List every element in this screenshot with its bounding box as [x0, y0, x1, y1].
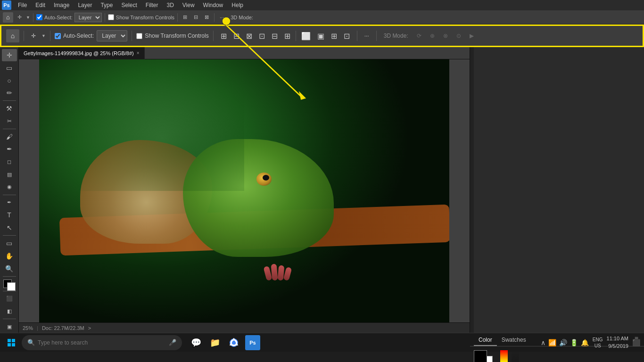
align-left-icon[interactable]: ⊞ [181, 12, 190, 23]
extra-move-icon[interactable]: ✛ [28, 29, 39, 42]
extra-auto-select-checkbox[interactable] [55, 33, 61, 39]
tray-notification-icon[interactable]: 🔔 [581, 339, 589, 346]
extra-more-btn[interactable]: ··· [362, 29, 372, 42]
extra-dist-2[interactable]: ▣ [314, 29, 327, 42]
taskbar-right-area: ∧ 📶 🔊 🔋 🔔 ENGUS 11:10 AM 9/5/2019 ⬛ [541, 335, 640, 350]
menu-file[interactable]: File [14, 1, 31, 9]
move-tool-dropdown[interactable]: ▼ [26, 15, 30, 20]
tool-sep1 [3, 100, 16, 101]
search-bar[interactable]: 🔍 🎤 [22, 335, 182, 350]
canvas-tab[interactable]: GettyImages-1149999834.jpg @ 25% (RGB/8#… [19, 47, 145, 59]
tool-magic-wand[interactable]: ✏ [2, 87, 17, 99]
canvas-wrapper[interactable] [19, 59, 470, 322]
search-input[interactable] [38, 339, 166, 346]
tray-volume-icon[interactable]: 🔊 [559, 339, 567, 346]
extra-move-dropdown[interactable]: ▼ [41, 33, 46, 38]
tool-standard-mode[interactable]: ⬛ [2, 293, 17, 305]
tool-hand[interactable]: ✋ [2, 250, 17, 262]
extra-align-2[interactable]: ⊟ [231, 29, 242, 42]
menu-filter[interactable]: Filter [142, 1, 162, 9]
extra-home-icon[interactable]: ⌂ [6, 29, 19, 42]
extra-3d-icon-1[interactable]: ⟳ [414, 29, 424, 42]
tool-lasso[interactable]: ○ [2, 74, 17, 87]
align-center-icon[interactable]: ⊟ [191, 12, 200, 23]
status-arrow[interactable]: > [88, 325, 91, 331]
extra-dist-1[interactable]: ⬜ [298, 29, 314, 42]
tab-swatches[interactable]: Swatches [497, 335, 531, 346]
tool-pen[interactable]: ✒ [2, 197, 17, 209]
show-transform-checkbox-label[interactable]: Show Transform Controls [108, 14, 174, 20]
extra-align-4[interactable]: ⊡ [256, 29, 268, 42]
tray-up-arrow[interactable]: ∧ [541, 339, 545, 346]
taskbar-files-icon[interactable]: 📁 [207, 335, 223, 350]
menu-image[interactable]: Image [50, 1, 73, 9]
separator [33, 13, 33, 22]
menu-select[interactable]: Select [117, 1, 140, 9]
tool-path-select[interactable]: ↖ [2, 222, 17, 234]
layer-select[interactable]: Layer [74, 13, 102, 22]
tool-shape[interactable]: ▭ [2, 237, 17, 249]
extra-3d-icon-2[interactable]: ⊕ [427, 29, 438, 42]
extra-3d-icon-3[interactable]: ⊗ [440, 29, 451, 42]
extra-layer-select[interactable]: Layer [97, 30, 127, 41]
color-hue-slider[interactable] [500, 350, 508, 362]
tool-quick-mask[interactable]: ◧ [2, 305, 17, 317]
tray-network-icon[interactable]: 📶 [548, 339, 556, 346]
tool-screen-mode[interactable]: ▣ [2, 321, 17, 333]
extra-show-transform-label[interactable]: Show Transform Controls [136, 33, 208, 39]
tool-crop[interactable]: ⚒ [2, 102, 17, 115]
tab-close-btn[interactable]: × [137, 50, 140, 56]
taskbar-ps-icon[interactable]: Ps [245, 335, 260, 350]
align-right-icon[interactable]: ⊠ [202, 12, 211, 23]
tab-color[interactable]: Color [474, 335, 497, 346]
tool-brush[interactable]: 🖌 [2, 131, 17, 143]
taskbar-chrome-icon[interactable] [226, 335, 241, 350]
foreground-background-color[interactable] [474, 350, 493, 362]
tool-type[interactable]: T [2, 209, 17, 222]
auto-select-checkbox[interactable] [36, 14, 42, 20]
extra-3d-icon-4[interactable]: ⊙ [454, 29, 464, 42]
menu-help[interactable]: Help [228, 1, 247, 9]
color-alpha-slider[interactable] [512, 350, 519, 362]
menu-view[interactable]: View [179, 1, 198, 9]
system-clock[interactable]: 11:10 AM 9/5/2019 [607, 335, 628, 350]
canvas-image [39, 59, 449, 322]
tool-blur[interactable]: ◉ [2, 181, 17, 193]
extra-auto-select-label[interactable]: Auto-Select: [55, 33, 94, 39]
extra-show-transform-checkbox[interactable] [136, 33, 142, 39]
menu-window[interactable]: Window [199, 1, 227, 9]
tool-select-rect[interactable]: ▭ [2, 62, 17, 74]
tool-move[interactable]: ✛ [2, 49, 17, 61]
microphone-icon[interactable]: 🎤 [169, 339, 176, 346]
more-options-btn[interactable]: ··· [217, 12, 226, 23]
extra-align-3[interactable]: ⊠ [243, 29, 255, 42]
extra-align-6[interactable]: ⊞ [281, 29, 293, 42]
show-transform-checkbox[interactable] [108, 14, 114, 20]
tray-icons: ∧ 📶 🔊 🔋 🔔 [541, 339, 589, 346]
move-tool-icon[interactable]: ✛ [15, 12, 24, 23]
start-button[interactable] [4, 335, 19, 350]
tool-gradient[interactable]: ▤ [2, 168, 17, 181]
tool-eyedropper[interactable]: ✂ [2, 115, 17, 127]
extra-3d-icon-5[interactable]: ▶ [467, 29, 477, 42]
menu-type[interactable]: Type [97, 1, 116, 9]
panel-resize-handle[interactable] [470, 47, 474, 333]
extra-sep5 [296, 31, 296, 41]
extra-dist-3[interactable]: ⊞ [328, 29, 340, 42]
menu-layer[interactable]: Layer [74, 1, 96, 9]
extra-align-1[interactable]: ⊞ [218, 29, 230, 42]
notification-center-btn[interactable]: ⬛ [632, 339, 640, 346]
tool-clone[interactable]: ✒ [2, 143, 17, 156]
foreground-color-swatch[interactable] [474, 350, 487, 362]
menu-edit[interactable]: Edit [32, 1, 49, 9]
tool-eraser[interactable]: ◻ [2, 156, 17, 168]
foreground-color[interactable] [3, 280, 16, 289]
tool-zoom[interactable]: 🔍 [2, 263, 17, 275]
tray-battery-icon[interactable]: 🔋 [570, 339, 578, 346]
auto-select-checkbox-label[interactable]: Auto-Select: [36, 14, 73, 20]
taskbar-chat-icon[interactable]: 💬 [189, 335, 204, 350]
extra-align-5[interactable]: ⊟ [269, 29, 281, 42]
home-icon[interactable]: ⌂ [3, 12, 13, 23]
menu-3d[interactable]: 3D [163, 1, 177, 9]
extra-dist-4[interactable]: ⊡ [341, 29, 353, 42]
